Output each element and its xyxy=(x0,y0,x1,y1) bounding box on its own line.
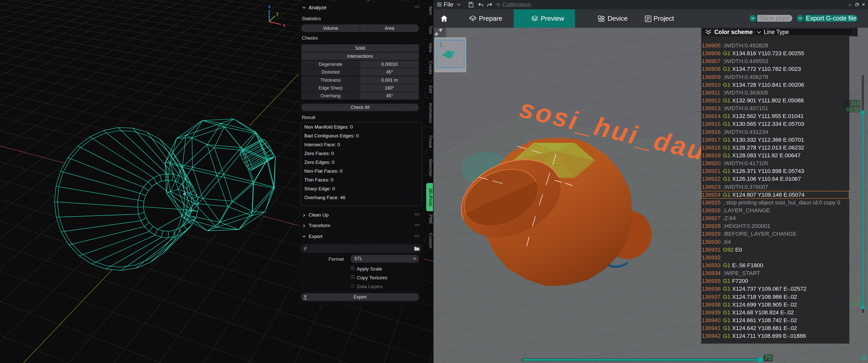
svg-text:y: y xyxy=(276,11,279,16)
svg-text:x: x xyxy=(283,23,285,28)
svg-text:z: z xyxy=(268,4,271,9)
